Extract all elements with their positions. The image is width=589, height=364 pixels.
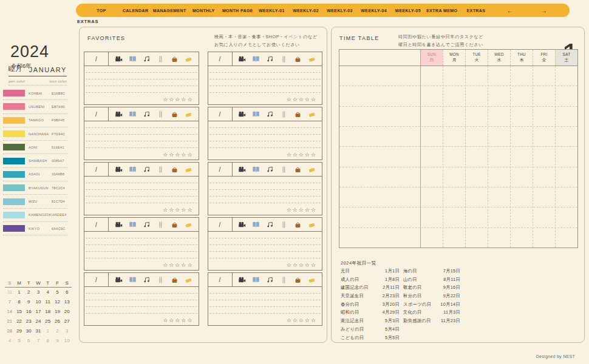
note-line[interactable]: [86, 190, 197, 197]
date-slash-cell[interactable]: /: [84, 52, 109, 66]
calendar-date[interactable]: 10: [62, 336, 72, 346]
nav-tab-weekly-03[interactable]: WEEKLY-03: [323, 8, 357, 13]
calendar-date[interactable]: 31: [33, 326, 43, 336]
rating-stars[interactable]: ☆☆☆☆☆: [287, 262, 317, 268]
timetable-row[interactable]: [339, 127, 577, 147]
calendar-date[interactable]: 8: [43, 336, 53, 346]
timetable-row[interactable]: [339, 147, 577, 167]
calendar-date[interactable]: 5: [15, 336, 24, 346]
note-line[interactable]: [86, 86, 197, 93]
nav-tab-management[interactable]: MANAGEMENT: [152, 8, 186, 13]
note-line[interactable]: [209, 135, 321, 141]
note-line[interactable]: [86, 141, 197, 148]
calendar-date[interactable]: 27: [62, 317, 72, 326]
note-line[interactable]: [86, 73, 197, 79]
rating-stars[interactable]: ☆☆☆☆☆: [163, 317, 193, 323]
rating-stars[interactable]: ☆☆☆☆☆: [287, 317, 317, 323]
note-line[interactable]: [86, 177, 197, 183]
nav-tab-month-page[interactable]: MONTH PAGE: [220, 8, 254, 13]
note-line[interactable]: [86, 66, 197, 73]
date-slash-cell[interactable]: /: [208, 273, 233, 286]
note-line[interactable]: [209, 287, 321, 294]
note-line[interactable]: [209, 66, 321, 73]
calendar-date[interactable]: 7: [5, 297, 15, 307]
note-line[interactable]: [209, 307, 321, 314]
nav-tab-weekly-01[interactable]: WEEKLY-01: [254, 8, 288, 13]
rating-stars[interactable]: ☆☆☆☆☆: [163, 262, 193, 268]
note-line[interactable]: [209, 121, 321, 128]
date-slash-cell[interactable]: /: [84, 163, 109, 176]
calendar-date[interactable]: 24: [33, 317, 43, 326]
nav-tab-weekly-02[interactable]: WEEKLY-02: [288, 8, 322, 13]
timetable-row[interactable]: [339, 228, 577, 248]
note-line[interactable]: [209, 183, 321, 190]
note-line[interactable]: [209, 177, 321, 183]
rating-stars[interactable]: ☆☆☆☆☆: [287, 96, 317, 103]
note-line[interactable]: [86, 307, 197, 314]
date-slash-cell[interactable]: /: [208, 107, 233, 121]
calendar-date[interactable]: 21: [5, 317, 15, 326]
note-line[interactable]: [86, 252, 197, 258]
timetable-row[interactable]: [339, 187, 577, 207]
calendar-date[interactable]: 2: [24, 288, 33, 297]
calendar-date[interactable]: 29: [15, 326, 24, 336]
calendar-date[interactable]: 9: [24, 297, 33, 307]
calendar-date[interactable]: 31: [5, 288, 15, 297]
note-line[interactable]: [209, 190, 321, 197]
nav-tab-weekly-05[interactable]: WEEKLY-05: [391, 8, 425, 13]
calendar-date[interactable]: 15: [15, 307, 24, 317]
rating-stars[interactable]: ☆☆☆☆☆: [163, 96, 193, 103]
calendar-date[interactable]: 19: [53, 307, 63, 317]
note-line[interactable]: [86, 300, 197, 307]
note-line[interactable]: [86, 121, 197, 128]
note-line[interactable]: [86, 294, 197, 300]
note-line[interactable]: [209, 86, 321, 93]
note-line[interactable]: [86, 245, 197, 252]
calendar-date[interactable]: 4: [5, 336, 15, 346]
note-line[interactable]: [86, 238, 197, 245]
calendar-date[interactable]: 3: [62, 326, 72, 336]
calendar-date[interactable]: 18: [43, 307, 53, 317]
timetable-row[interactable]: [339, 167, 577, 187]
calendar-date[interactable]: 11: [43, 297, 53, 307]
calendar-date[interactable]: 28: [5, 326, 15, 336]
calendar-date[interactable]: 25: [43, 317, 53, 326]
nav-tab-top[interactable]: TOP: [84, 8, 118, 13]
note-line[interactable]: [86, 79, 197, 86]
rating-stars[interactable]: ☆☆☆☆☆: [287, 207, 317, 213]
timetable-row[interactable]: [339, 86, 577, 106]
nav-tab-weekly-04[interactable]: WEEKLY-04: [357, 8, 391, 13]
note-line[interactable]: [209, 79, 321, 86]
nav-tab-calendar[interactable]: CALENDAR: [118, 8, 152, 13]
calendar-date[interactable]: 5: [53, 288, 63, 297]
timetable-row[interactable]: [339, 107, 577, 127]
date-slash-cell[interactable]: /: [84, 107, 109, 121]
calendar-date[interactable]: 1: [43, 326, 53, 336]
calendar-date[interactable]: 9: [53, 336, 63, 346]
date-slash-cell[interactable]: /: [208, 52, 233, 66]
note-line[interactable]: [86, 135, 197, 141]
prev-page-button[interactable]: ←: [493, 7, 527, 14]
calendar-date[interactable]: 16: [24, 307, 33, 317]
note-line[interactable]: [86, 232, 197, 238]
calendar-date[interactable]: 6: [62, 288, 72, 297]
note-line[interactable]: [86, 128, 197, 135]
note-line[interactable]: [209, 73, 321, 79]
nav-tab-monthly[interactable]: MONTHLY: [186, 8, 220, 13]
rating-stars[interactable]: ☆☆☆☆☆: [287, 152, 317, 158]
note-line[interactable]: [86, 197, 197, 203]
nav-tab-extras[interactable]: EXTRAS: [459, 8, 493, 13]
calendar-date[interactable]: 13: [62, 297, 72, 307]
calendar-date[interactable]: 20: [62, 307, 72, 317]
date-slash-cell[interactable]: /: [208, 218, 233, 231]
calendar-date[interactable]: 4: [43, 288, 53, 297]
timetable-grid[interactable]: SUN日MON月TUE火WED水THU木FRI金SAT土: [339, 49, 578, 248]
timetable-row[interactable]: [339, 66, 577, 86]
calendar-date[interactable]: 30: [24, 326, 33, 336]
note-line[interactable]: [209, 300, 321, 307]
calendar-date[interactable]: 26: [53, 317, 63, 326]
calendar-date[interactable]: 10: [33, 297, 43, 307]
rating-stars[interactable]: ☆☆☆☆☆: [163, 152, 193, 158]
note-line[interactable]: [209, 197, 321, 203]
note-line[interactable]: [209, 128, 321, 135]
